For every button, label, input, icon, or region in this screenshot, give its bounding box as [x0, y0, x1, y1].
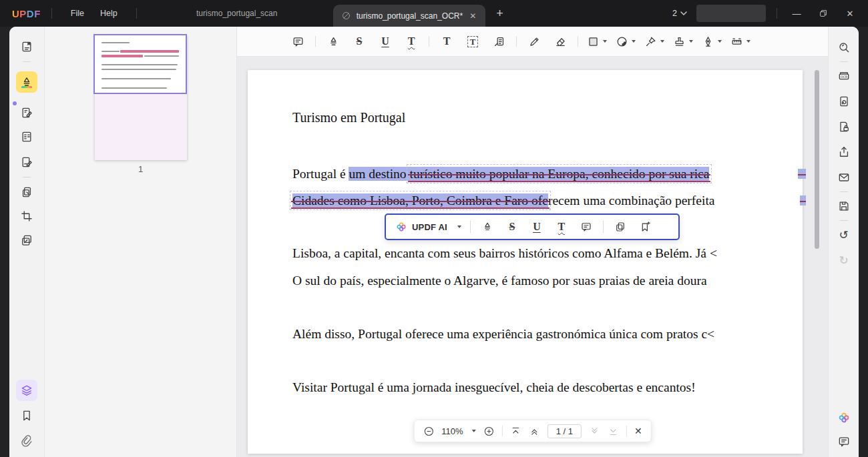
share-button[interactable] [834, 142, 854, 162]
float-copy-button[interactable] [612, 218, 628, 236]
chevron-down-icon[interactable] [472, 430, 476, 432]
sidebar-item-comment[interactable] [16, 71, 37, 93]
zoom-level-value[interactable]: 110% [441, 426, 463, 436]
pencil-tool-button[interactable] [525, 32, 543, 51]
next-page-button[interactable] [589, 426, 600, 437]
float-comment-button[interactable] [578, 218, 594, 236]
strikethrough-annotation[interactable]: turístico muito popular na Europa, conhe… [409, 167, 709, 181]
svg-text:OCR: OCR [840, 75, 847, 79]
text-plain: recem uma combinação perfeita [548, 193, 715, 207]
text-plain: Portugal é [292, 167, 349, 181]
sidebar-item-recognize[interactable] [16, 181, 37, 203]
first-page-button[interactable] [510, 426, 521, 437]
sidebar-item-attachments[interactable] [16, 430, 37, 452]
search-button[interactable] [834, 37, 854, 57]
updf-ai-sidebar-button[interactable] [834, 408, 854, 428]
sticker-icon [616, 35, 628, 48]
crop-icon [20, 209, 33, 223]
page-indicator[interactable]: 1 / 1 [548, 424, 582, 438]
eraser-tool-button[interactable] [552, 32, 569, 51]
sidebar-item-sign[interactable] [16, 151, 37, 173]
menu-file[interactable]: File [63, 5, 92, 22]
email-button[interactable] [834, 167, 854, 187]
feedback-button[interactable] [834, 432, 854, 452]
highlight-tool-button[interactable] [324, 32, 342, 51]
float-underline-button[interactable]: U [529, 218, 545, 236]
stamp-tool-button[interactable] [673, 35, 693, 48]
last-page-icon [608, 426, 619, 437]
float-add-bookmark-button[interactable] [637, 218, 653, 236]
pdf-page[interactable]: Turismo em Portugal Portugal é um destin… [248, 70, 803, 454]
updf-ai-dropdown[interactable]: UPDF AI [395, 221, 461, 233]
close-window-button[interactable]: ✕ [841, 9, 859, 19]
sidebar-item-crop[interactable] [16, 205, 37, 227]
callout-button[interactable] [490, 32, 507, 51]
chevron-down-icon [632, 40, 636, 43]
sidebar-item-form[interactable] [16, 126, 37, 147]
undo-button[interactable]: ↺ [834, 225, 854, 245]
comment-tool-button[interactable] [289, 32, 306, 51]
new-tab-button[interactable]: + [496, 7, 503, 21]
squiggly-tool-button[interactable]: T [403, 32, 420, 51]
text-box-button[interactable]: T [464, 32, 481, 51]
protect-button[interactable] [834, 117, 854, 137]
titlebar-blank-button[interactable] [696, 5, 766, 22]
right-divider-3 [840, 220, 848, 221]
first-page-icon [510, 426, 521, 437]
last-page-button[interactable] [608, 426, 619, 437]
sidebar-item-thumbnails[interactable] [16, 380, 37, 401]
paragraph3-line1: Além disso, Portugal oferece uma experiê… [292, 324, 714, 344]
tab-count-dropdown[interactable]: 2 [672, 9, 687, 18]
minimize-button[interactable]: — [788, 9, 805, 19]
document-canvas[interactable]: Turismo em Portugal Portugal é um destin… [237, 57, 828, 457]
save-button[interactable] [834, 196, 854, 216]
float-strikethrough-button[interactable]: S [504, 218, 520, 236]
form-icon [20, 130, 33, 143]
strikethrough-tool-button[interactable]: S [351, 32, 368, 51]
close-zoombar-button[interactable]: ✕ [634, 426, 642, 436]
zoom-in-button[interactable] [483, 426, 495, 437]
sidebar-item-bookmarks[interactable] [16, 405, 37, 426]
redo-button[interactable]: ↻ [834, 250, 854, 270]
page-thumbnail[interactable] [95, 35, 187, 160]
measure-tool-button[interactable] [730, 35, 750, 48]
tab-turismo-portugal-scan[interactable]: turismo_portugal_scan [166, 9, 308, 18]
maximize-button[interactable] [815, 9, 832, 18]
convert-button[interactable] [834, 91, 854, 111]
thumbnail-viewport-box[interactable] [93, 34, 187, 94]
pin-tool-button[interactable] [644, 35, 664, 48]
signature-tool-button[interactable] [702, 35, 722, 48]
copy-icon [614, 221, 626, 233]
float-squiggly-button[interactable]: T [554, 218, 570, 236]
paragraph4-line1: Visitar Portugal é uma jornada inesguecí… [292, 378, 696, 398]
vertical-scrollbar[interactable] [815, 70, 819, 249]
float-separator [470, 221, 471, 233]
float-highlight-button[interactable] [479, 218, 495, 236]
tab-document-icon [341, 11, 351, 21]
ocr-button[interactable]: OCR [834, 66, 854, 86]
double-chevron-up-icon [529, 426, 540, 437]
plus-circle-icon [483, 426, 495, 437]
text-selection-highlight[interactable]: um destino [349, 167, 409, 181]
square-shape-icon [587, 35, 600, 48]
underline-tool-button[interactable]: U [377, 32, 394, 51]
shape-tool-button[interactable] [587, 35, 607, 48]
chevron-down-icon [746, 40, 750, 43]
thumb-text-line [101, 78, 171, 79]
sidebar-item-reader[interactable] [16, 36, 37, 57]
sticker-tool-button[interactable] [616, 35, 636, 48]
sidebar-item-edit[interactable] [16, 102, 37, 123]
save-icon [837, 199, 851, 213]
sidebar-item-organize[interactable] [16, 230, 37, 251]
previous-page-button[interactable] [529, 426, 540, 437]
text-box-icon: T [467, 36, 479, 47]
sidebar-divider [23, 61, 31, 62]
zoom-out-button[interactable] [423, 426, 434, 437]
strikethrough-annotation[interactable]: Cidades como Lisboa, Porto, Coimbra e Fa… [292, 193, 548, 207]
close-tab-icon[interactable]: ✕ [468, 11, 477, 21]
menu-help[interactable]: Help [92, 5, 126, 22]
search-icon [837, 41, 851, 54]
text-comment-button[interactable]: T [438, 32, 455, 51]
tab-turismo-portugal-scan-ocr[interactable]: turismo_portugal_scan_OCR* ✕ [333, 5, 485, 27]
updf-ai-label: UPDF AI [412, 222, 447, 232]
